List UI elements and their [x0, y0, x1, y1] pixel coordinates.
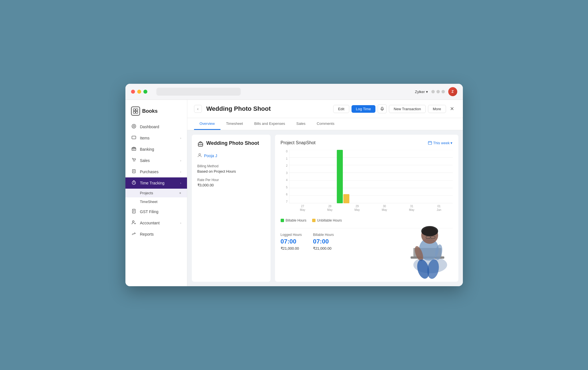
chart-svg	[289, 150, 453, 203]
sidebar-item-accountant[interactable]: Accountant ›	[125, 217, 187, 229]
url-bar[interactable]	[156, 88, 241, 96]
window-controls	[431, 90, 445, 93]
time-tracking-icon	[131, 180, 137, 186]
close-traffic-light[interactable]	[131, 90, 135, 94]
top-actions: Edit Log Time New Transaction More ✕	[333, 104, 456, 113]
svg-point-9	[134, 161, 135, 162]
app-window: Zylker ▾ Z Books	[125, 84, 463, 286]
this-week-button[interactable]: This week ▾	[428, 141, 452, 145]
top-bar: ‹ Wedding Photo Shoot Edit Log Time New …	[187, 100, 463, 118]
assignee-name: Pooja J	[204, 154, 217, 158]
tab-timesheet[interactable]: Timesheet	[220, 118, 249, 130]
sidebar-sub-label-timesheet: TimeSheet	[140, 200, 157, 204]
sidebar-item-label-dashboard: Dashboard	[140, 125, 159, 129]
tab-overview[interactable]: Overview	[194, 118, 220, 130]
traffic-lights	[131, 90, 147, 94]
svg-rect-2	[133, 111, 135, 113]
sidebar-item-label-accountant: Accountant	[140, 221, 160, 225]
minimize-traffic-light[interactable]	[137, 90, 141, 94]
sidebar-item-banking[interactable]: Banking	[125, 144, 187, 155]
svg-point-5	[133, 125, 135, 127]
avatar: Z	[448, 87, 457, 96]
billable-legend-color	[281, 219, 284, 222]
logged-hours-label: Logged Hours	[281, 233, 302, 237]
sidebar-item-label-time-tracking: Time Tracking	[140, 181, 165, 185]
banking-icon	[131, 146, 137, 152]
chart-legend: Billable Hours Unbillable Hours	[281, 216, 453, 222]
sidebar-item-label-sales: Sales	[140, 158, 150, 163]
svg-point-41	[415, 258, 431, 280]
x-label-27-may: 27May	[289, 203, 316, 212]
content-area: ‹ Wedding Photo Shoot Edit Log Time New …	[187, 100, 463, 286]
back-button[interactable]: ‹	[194, 105, 202, 113]
project-briefcase-icon	[197, 141, 204, 148]
stat-logged-hours: Logged Hours 07:00 ₹21,000.00	[281, 233, 302, 251]
title-bar: Zylker ▾ Z	[125, 84, 463, 100]
x-label-29-may: 29May	[344, 203, 371, 212]
legend-unbillable: Unbillable Hours	[312, 218, 342, 222]
sidebar-sub-item-projects[interactable]: Projects +	[125, 189, 187, 197]
stat-billable-hours: Billable Hours 07:00 ₹21,000.00	[313, 233, 334, 251]
maximize-traffic-light[interactable]	[143, 90, 147, 94]
sidebar-item-reports[interactable]: Reports	[125, 229, 187, 240]
snapshot-header: Project SnapShot This week ▾	[281, 140, 453, 145]
svg-rect-6	[132, 136, 136, 139]
projects-plus-icon[interactable]: +	[179, 191, 181, 195]
sidebar-item-label-items: Items	[140, 136, 150, 140]
more-button[interactable]: More	[428, 105, 446, 113]
sidebar-item-time-tracking[interactable]: Time Tracking ›	[125, 177, 187, 189]
right-panel: Project SnapShot This week ▾ 7 6 5	[275, 135, 458, 282]
billable-hours-amount: ₹21,000.00	[313, 246, 334, 251]
purchases-icon	[131, 169, 137, 175]
sidebar-item-dashboard[interactable]: Dashboard	[125, 121, 187, 132]
log-time-button[interactable]: Log Time	[352, 105, 375, 113]
x-label-28-may: 28May	[316, 203, 344, 212]
unbillable-legend-label: Unbillable Hours	[317, 218, 342, 222]
logo-icon	[131, 107, 140, 116]
assignee-user-icon	[197, 153, 202, 159]
tabs-bar: Overview Timesheet Bills and Expenses Sa…	[187, 118, 463, 130]
mic-button[interactable]	[378, 104, 387, 113]
sidebar-sub-item-timesheet[interactable]: TimeSheet	[125, 197, 187, 206]
wc-dot-2	[436, 90, 440, 93]
tab-comments[interactable]: Comments	[311, 118, 340, 130]
panels-row: Wedding Photo Shoot Pooja J Billing Meth…	[187, 130, 463, 286]
svg-point-13	[132, 221, 134, 222]
svg-rect-1	[136, 109, 138, 111]
x-label-31-may: 31May	[398, 203, 425, 212]
billable-legend-label: Billable Hours	[286, 218, 307, 222]
svg-point-31	[413, 256, 447, 273]
x-label-01-jun: 01Jun	[425, 203, 453, 212]
purchases-arrow-icon: ›	[180, 170, 181, 173]
y-axis: 7 6 5 4 3 2 1 0	[281, 150, 289, 203]
svg-point-42	[426, 258, 440, 280]
chart-x-labels: 27May 28May 29May 30May 31May 01Jun	[289, 203, 453, 212]
close-button[interactable]: ✕	[448, 105, 456, 113]
wc-dot-3	[441, 90, 445, 93]
edit-button[interactable]: Edit	[333, 105, 349, 113]
page-title: Wedding Photo Shoot	[206, 105, 329, 112]
time-tracking-arrow-icon: ›	[180, 181, 181, 185]
sidebar-item-purchases[interactable]: Purchases ›	[125, 166, 187, 177]
sidebar-item-sales[interactable]: Sales ›	[125, 155, 187, 166]
stats-row: Logged Hours 07:00 ₹21,000.00 Billable H…	[281, 228, 453, 251]
billing-method-label: Billing Method	[197, 164, 265, 168]
tab-sales[interactable]: Sales	[291, 118, 311, 130]
sidebar-item-label-reports: Reports	[140, 232, 154, 236]
sidebar-item-label-gst: GST Filing	[140, 209, 159, 214]
gst-filing-icon	[131, 209, 137, 215]
rate-per-hour-label: Rate Per Hour	[197, 178, 265, 182]
tab-bills-expenses[interactable]: Bills and Expenses	[249, 118, 291, 130]
logged-hours-time: 07:00	[281, 238, 302, 245]
svg-rect-7	[132, 148, 136, 150]
logged-hours-amount: ₹21,000.00	[281, 246, 302, 251]
user-label[interactable]: Zylker ▾	[415, 90, 428, 94]
chart-container: 7 6 5 4 3 2 1 0	[281, 150, 453, 212]
sidebar-item-gst-filing[interactable]: GST Filing	[125, 206, 187, 217]
sidebar-item-items[interactable]: Items ›	[125, 132, 187, 144]
sidebar-item-label-banking: Banking	[140, 147, 154, 152]
accountant-icon	[131, 220, 137, 226]
main-layout: Books Dashboard Items › Banking	[125, 100, 463, 286]
new-transaction-button[interactable]: New Transaction	[389, 105, 426, 113]
svg-rect-32	[411, 256, 444, 259]
